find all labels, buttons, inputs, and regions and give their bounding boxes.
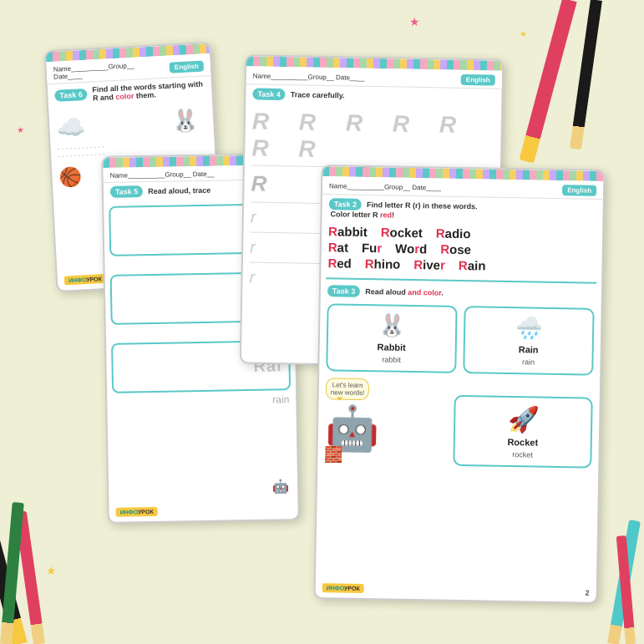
rocket-word-display: Rocket [507, 437, 538, 448]
rocket-read-icon: 🚀 [507, 404, 539, 434]
card2-line3: rain [107, 393, 296, 408]
card1-brand: ИНФОУРОК [64, 274, 107, 286]
card4-brand: ИНФОУРОК [322, 583, 364, 593]
card4-wordgrid: Rabbit Rocket Radio Rat Fur Word Rose Re… [321, 220, 602, 279]
card3-task-badge: Task 4 [252, 88, 286, 100]
card4-read-grid: 🐰 Rabbit rabbit 🌧️ Rain rain [319, 300, 601, 383]
rabbit-word-display: Rabbit [378, 342, 406, 352]
word-red: Red [327, 256, 352, 270]
word-radio: Radio [436, 226, 471, 241]
word-rat: Rat [328, 240, 348, 254]
card1-english-badge: English [170, 60, 205, 73]
card4-task3-bar: Task 3 Read aloud and color. [327, 285, 595, 302]
card2-task-text: Read aloud, trace [148, 186, 210, 195]
card3-english-badge: English [461, 74, 495, 86]
rabbit-word-small: rabbit [382, 355, 401, 363]
rabbit-icon: 🐰 [170, 107, 199, 134]
rabbit-read-icon: 🐰 [378, 312, 406, 339]
pencil-black [570, 0, 602, 150]
blocks-icon: 🧱 [324, 445, 446, 466]
learn-bubble: Let's learnnew words! [326, 378, 370, 400]
rain-read-icon: 🌧️ [515, 315, 543, 342]
card4-red-word: red [380, 210, 392, 219]
card4-english-badge: English [562, 185, 596, 196]
star-decor-2: ★ [520, 29, 527, 38]
card4-robot-area: Let's learnnew words! 🤖 🧱 [324, 378, 448, 466]
card1-task-text: Find all the words starting with R and c… [92, 79, 205, 102]
word-fur: Fur [362, 241, 382, 255]
card4-wordrow3: Red Rhino River Rain [327, 256, 595, 275]
card4-name-line: Name__________Group__ Date____ [329, 182, 441, 191]
rocket-word-small: rocket [512, 450, 533, 459]
word-rose: Rose [440, 242, 471, 257]
card4-task2-badge: Task 2 [329, 198, 363, 210]
word-river: River [413, 257, 445, 272]
rain-word-display: Rain [519, 344, 539, 354]
card2-task-badge: Task 5 [110, 185, 144, 198]
card4-bottom-row: Let's learnnew words! 🤖 🧱 🚀 Rocket rocke… [317, 378, 600, 475]
word-rain: Rain [459, 258, 486, 273]
card4-page-num: 2 [586, 589, 590, 597]
card4-task3-area: Task 3 Read aloud and color. [321, 282, 601, 302]
pencil-red [520, 0, 577, 164]
card1-name-line: Name__________Group__ Date____ [53, 60, 165, 81]
word-word: Word [395, 241, 427, 256]
read-card-rocket: 🚀 Rocket rocket [453, 395, 592, 469]
worksheet-card4: Name__________Group__ Date____ English T… [313, 165, 605, 604]
card4-task3-text: Read aloud and color. [365, 287, 444, 297]
card3-trace-row1: R R R R R R R [251, 108, 494, 165]
word-rocket: Rocket [381, 225, 423, 240]
star-decor-3: ★ [46, 564, 57, 577]
star-decor-5: ★ [17, 125, 24, 134]
card2-brand: ИНФОУРОК [116, 507, 158, 517]
word-rhino: Rhino [365, 256, 401, 271]
star-decor-1: ★ [409, 15, 420, 28]
card1-task-badge: Task 6 [54, 89, 88, 102]
cloud-icon: ☁️ [56, 113, 87, 142]
card4-task3-badge: Task 3 [327, 285, 361, 297]
card2-name-line: Name__________Group__ Date__ [110, 170, 215, 180]
card3-task-text: Trace carefully. [291, 90, 345, 99]
read-card-rain: 🌧️ Rain rain [463, 306, 594, 376]
card4-task2-text-span: Find letter R (r) in these words. [367, 200, 478, 210]
rain-word-small: rain [522, 357, 535, 366]
page-container: ★ ★ ★ ★ ★ Name__________Group__ Date____… [0, 0, 644, 644]
card4-task2-text: Find letter R (r) in these words. [367, 200, 478, 210]
robot-small-icon: 🤖 [272, 478, 289, 494]
card3-trace-capital: R R R R R R R [251, 108, 494, 165]
word-rabbit: Rabbit [328, 224, 368, 239]
read-card-rabbit: 🐰 Rabbit rabbit [326, 303, 457, 373]
card3-name-line: Name__________Group__ Date____ [253, 72, 365, 81]
